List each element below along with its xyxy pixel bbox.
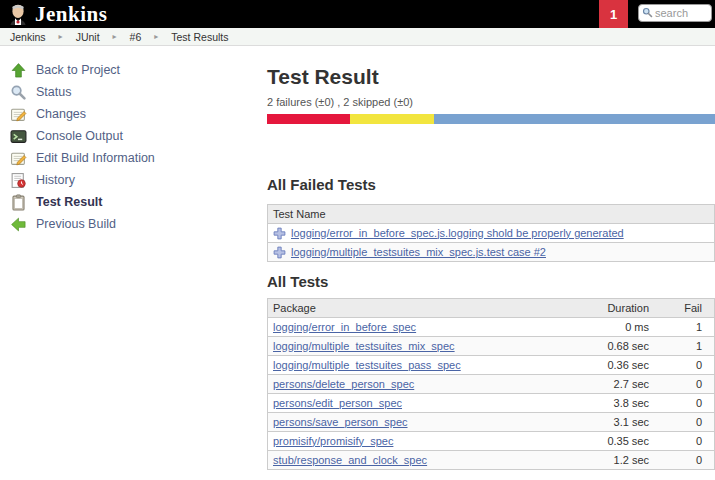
breadcrumb-separator-icon: ▸ bbox=[59, 32, 63, 41]
sidebar-item-label: Previous Build bbox=[36, 217, 116, 231]
duration-cell: 3.1 sec bbox=[569, 413, 651, 432]
result-bar-segment-skipped bbox=[350, 114, 434, 124]
all-tests-column-header-fail: Fail bbox=[651, 299, 715, 318]
all-tests-table: PackageDurationFail logging/error_in_bef… bbox=[267, 298, 715, 470]
jenkins-title: Jenkins bbox=[35, 0, 107, 28]
failed-tests-heading: All Failed Tests bbox=[267, 176, 715, 194]
all-tests-heading: All Tests bbox=[267, 273, 715, 291]
package-link[interactable]: logging/multiple_testsuites_pass_spec bbox=[273, 359, 461, 371]
sidebar-item-label: Back to Project bbox=[36, 63, 120, 77]
clipboard-icon bbox=[9, 193, 27, 211]
breadcrumb-separator-icon: ▸ bbox=[154, 32, 158, 41]
all-tests-column-header-package: Package bbox=[268, 299, 570, 318]
sidebar-item-edit-build-information[interactable]: Edit Build Information bbox=[9, 147, 267, 169]
sidebar-item-console-output[interactable]: Console Output bbox=[9, 125, 267, 147]
breadcrumb: Jenkins▸JUnit▸#6▸Test Results bbox=[0, 28, 715, 46]
all-tests-row: logging/multiple_testsuites_pass_spec0.3… bbox=[268, 356, 715, 375]
sidebar-item-label: Console Output bbox=[36, 129, 123, 143]
package-link[interactable]: promisify/promisify_spec bbox=[273, 435, 393, 447]
sidebar-item-label: Status bbox=[36, 85, 71, 99]
page-title: Test Result bbox=[267, 65, 715, 89]
duration-cell: 0 ms bbox=[569, 318, 651, 337]
all-tests-row: logging/error_in_before_spec0 ms1 bbox=[268, 318, 715, 337]
search-box bbox=[638, 4, 712, 22]
failed-test-cell: logging/multiple_testsuites_mix_spec.js.… bbox=[273, 246, 709, 259]
duration-cell: 1.2 sec bbox=[569, 451, 651, 470]
sidebar-item-label: History bbox=[36, 173, 75, 187]
sidebar-item-label: Test Result bbox=[36, 195, 102, 209]
magnifier-icon bbox=[9, 83, 27, 101]
sidebar-item-test-result[interactable]: Test Result bbox=[9, 191, 267, 213]
package-link[interactable]: logging/error_in_before_spec bbox=[273, 321, 416, 333]
top-bar: Jenkins 1 bbox=[0, 0, 715, 28]
package-link[interactable]: persons/delete_person_spec bbox=[273, 378, 414, 390]
all-tests-header-row: PackageDurationFail bbox=[268, 299, 715, 318]
expand-plus-icon[interactable] bbox=[273, 246, 286, 259]
search-input[interactable] bbox=[655, 7, 708, 19]
all-tests-column-header-duration: Duration bbox=[569, 299, 651, 318]
edit-document-icon bbox=[9, 105, 27, 123]
fail-count-cell: 0 bbox=[651, 451, 715, 470]
all-tests-row: persons/delete_person_spec2.7 sec0 bbox=[268, 375, 715, 394]
result-bar-segment-passed bbox=[434, 114, 715, 124]
all-tests-row: promisify/promisify_spec0.35 sec0 bbox=[268, 432, 715, 451]
main-content: Test Result 2 failures (±0) , 2 skipped … bbox=[267, 46, 715, 470]
sidebar-item-status[interactable]: Status bbox=[9, 81, 267, 103]
jenkins-butler-logo-icon bbox=[6, 2, 30, 26]
fail-count-cell: 0 bbox=[651, 356, 715, 375]
failed-tests-header-row: Test Name bbox=[268, 205, 715, 224]
failed-tests-table: Test Name logging/error_in_before_spec.j… bbox=[267, 204, 715, 262]
jenkins-test-result-page: Jenkins 1 Jenkins▸JUnit▸#6▸Test Results … bbox=[0, 0, 715, 480]
fail-count-cell: 1 bbox=[651, 318, 715, 337]
fail-count-cell: 1 bbox=[651, 337, 715, 356]
package-link[interactable]: stub/response_and_clock_spec bbox=[273, 454, 427, 466]
sidebar-item-changes[interactable]: Changes bbox=[9, 103, 267, 125]
package-link[interactable]: persons/edit_person_spec bbox=[273, 397, 402, 409]
sidebar: Back to ProjectStatusChangesConsole Outp… bbox=[0, 46, 267, 470]
search-icon bbox=[642, 4, 653, 22]
arrow-up-icon bbox=[9, 61, 27, 79]
result-bar-segment-failed bbox=[267, 114, 350, 124]
fail-count-cell: 0 bbox=[651, 413, 715, 432]
breadcrumb-separator-icon: ▸ bbox=[113, 32, 117, 41]
sidebar-item-back-to-project[interactable]: Back to Project bbox=[9, 59, 267, 81]
history-icon bbox=[9, 171, 27, 189]
duration-cell: 0.36 sec bbox=[569, 356, 651, 375]
all-tests-row: logging/multiple_testsuites_mix_spec0.68… bbox=[268, 337, 715, 356]
all-tests-row: stub/response_and_clock_spec1.2 sec0 bbox=[268, 451, 715, 470]
failed-test-cell: logging/error_in_before_spec.js.logging … bbox=[273, 227, 709, 240]
failed-test-row: logging/error_in_before_spec.js.logging … bbox=[268, 224, 715, 243]
duration-cell: 2.7 sec bbox=[569, 375, 651, 394]
edit-document-icon bbox=[9, 149, 27, 167]
sidebar-item-label: Edit Build Information bbox=[36, 151, 155, 165]
all-tests-row: persons/save_person_spec3.1 sec0 bbox=[268, 413, 715, 432]
failed-test-row: logging/multiple_testsuites_mix_spec.js.… bbox=[268, 243, 715, 262]
result-summary: 2 failures (±0) , 2 skipped (±0) bbox=[267, 96, 715, 109]
test-result-bar bbox=[267, 114, 715, 124]
terminal-icon bbox=[9, 127, 27, 145]
package-link[interactable]: persons/save_person_spec bbox=[273, 416, 408, 428]
breadcrumb-item-6[interactable]: #6 bbox=[130, 31, 142, 43]
breadcrumb-item-junit[interactable]: JUnit bbox=[76, 31, 100, 43]
security-warning-badge[interactable]: 1 bbox=[599, 0, 628, 28]
failed-tests-column-header: Test Name bbox=[268, 205, 715, 224]
breadcrumb-item-test-results[interactable]: Test Results bbox=[171, 31, 228, 43]
sidebar-item-history[interactable]: History bbox=[9, 169, 267, 191]
sidebar-item-previous-build[interactable]: Previous Build bbox=[9, 213, 267, 235]
arrow-left-icon bbox=[9, 215, 27, 233]
fail-count-cell: 0 bbox=[651, 432, 715, 451]
failed-test-link[interactable]: logging/multiple_testsuites_mix_spec.js.… bbox=[291, 246, 546, 259]
expand-plus-icon[interactable] bbox=[273, 227, 286, 240]
duration-cell: 0.35 sec bbox=[569, 432, 651, 451]
fail-count-cell: 0 bbox=[651, 394, 715, 413]
jenkins-home-link[interactable]: Jenkins bbox=[6, 0, 107, 28]
duration-cell: 3.8 sec bbox=[569, 394, 651, 413]
duration-cell: 0.68 sec bbox=[569, 337, 651, 356]
package-link[interactable]: logging/multiple_testsuites_mix_spec bbox=[273, 340, 455, 352]
breadcrumb-item-jenkins[interactable]: Jenkins bbox=[10, 31, 46, 43]
sidebar-item-label: Changes bbox=[36, 107, 86, 121]
failed-test-link[interactable]: logging/error_in_before_spec.js.logging … bbox=[291, 227, 624, 240]
fail-count-cell: 0 bbox=[651, 375, 715, 394]
all-tests-row: persons/edit_person_spec3.8 sec0 bbox=[268, 394, 715, 413]
